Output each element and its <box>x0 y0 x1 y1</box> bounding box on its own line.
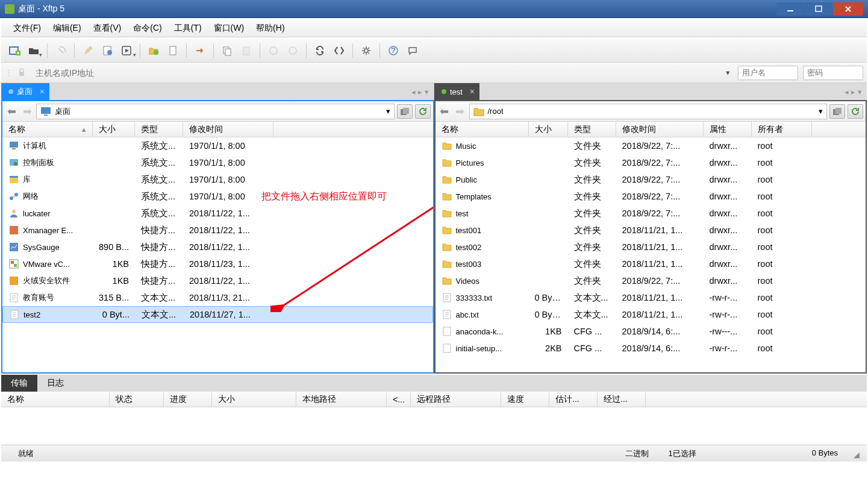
resize-grip-icon[interactable]: ◢ <box>848 448 860 459</box>
reconnect-button[interactable] <box>52 42 69 59</box>
bookmarks-button[interactable] <box>397 104 413 119</box>
column-header[interactable]: 大小 <box>93 122 135 137</box>
file-row[interactable]: SysGauge890 B...快捷方...2018/11/22, 1... <box>2 239 433 255</box>
path-dropdown-icon[interactable]: ▾ <box>386 107 390 116</box>
column-header[interactable]: 类型 <box>135 122 183 137</box>
file-row[interactable]: Pictures文件夹2018/9/22, 7:...drwxr...root <box>436 154 866 171</box>
refresh-button[interactable] <box>415 104 431 119</box>
column-header[interactable]: 状态 <box>110 392 164 407</box>
host-input[interactable] <box>32 66 717 80</box>
tab-menu-icon[interactable]: ▾ <box>425 87 429 96</box>
properties-button[interactable] <box>99 42 116 59</box>
refresh-button[interactable] <box>848 104 863 119</box>
path-dropdown-icon[interactable]: ▾ <box>819 107 823 116</box>
column-header[interactable]: 名称 <box>1 392 110 407</box>
menu-item[interactable]: 查看(V) <box>87 20 128 36</box>
file-row[interactable]: test001文件夹2018/11/21, 1...drwxr...root <box>436 222 866 239</box>
new-file-button[interactable] <box>164 42 181 59</box>
forward-button[interactable]: ➡ <box>454 105 467 118</box>
back-button[interactable]: ⬅ <box>5 105 18 118</box>
menu-item[interactable]: 命令(C) <box>127 20 167 36</box>
file-row[interactable]: test003文件夹2018/11/21, 1...drwxr...root <box>436 255 866 272</box>
tab-local-desktop[interactable]: 桌面 × <box>1 83 49 100</box>
sync-button[interactable] <box>311 42 328 59</box>
feedback-button[interactable] <box>404 42 421 59</box>
file-row[interactable]: luckater系统文...2018/11/22, 1... <box>2 205 433 222</box>
column-header[interactable]: 类型 <box>568 122 616 137</box>
file-row[interactable]: test002文件夹2018/11/21, 1...drwxr...root <box>436 239 866 255</box>
tab-remote-test[interactable]: test × <box>434 83 479 100</box>
transfer-tab[interactable]: 日志 <box>37 375 73 392</box>
sync-right-button[interactable] <box>284 42 301 59</box>
back-button[interactable]: ⬅ <box>438 105 451 118</box>
file-row[interactable]: Xmanager E...快捷方...2018/11/22, 1... <box>2 222 433 239</box>
play-button[interactable]: ▾ <box>118 42 135 59</box>
copy-button[interactable] <box>219 42 236 59</box>
close-icon[interactable]: × <box>470 87 475 96</box>
file-row[interactable]: Templates文件夹2018/9/22, 7:...drwxr...root <box>436 188 866 205</box>
password-input[interactable] <box>803 66 863 80</box>
bookmarks-button[interactable] <box>829 104 845 119</box>
tab-prev-icon[interactable]: ◂ <box>411 87 416 96</box>
menu-item[interactable]: 文件(F) <box>7 20 47 36</box>
transfer-tab[interactable]: 传输 <box>1 375 37 392</box>
tab-next-icon[interactable]: ▸ <box>851 87 855 96</box>
close-button[interactable] <box>833 2 863 16</box>
column-header[interactable]: 远程路径 <box>411 392 501 407</box>
file-row[interactable]: abc.txt0 Byt...文本文...2018/11/21, 1...-rw… <box>436 306 866 323</box>
file-row[interactable]: 网络系统文...1970/1/1, 8:00 <box>2 188 433 205</box>
file-row[interactable]: VMware vC...1KB快捷方...2018/11/23, 1... <box>2 255 433 272</box>
forward-button[interactable]: ➡ <box>20 105 34 118</box>
minimize-button[interactable] <box>776 2 804 16</box>
edit-button[interactable] <box>80 42 96 59</box>
file-row[interactable]: 火绒安全软件1KB快捷方...2018/11/22, 1... <box>2 272 433 289</box>
local-path-input[interactable]: 桌面 ▾ <box>36 104 395 119</box>
file-row[interactable]: 333333.txt0 Byt...文本文...2018/11/21, 1...… <box>436 289 866 306</box>
remote-path-input[interactable]: /root ▾ <box>469 104 828 119</box>
local-list[interactable]: 把文件拖入右侧相应位置即可 计算机系统文...1970/1/1, 8:00控制面… <box>2 137 433 372</box>
tab-prev-icon[interactable]: ◂ <box>845 87 849 96</box>
compare-button[interactable] <box>331 42 348 59</box>
new-folder-button[interactable] <box>145 42 162 59</box>
paste-button[interactable] <box>238 42 255 59</box>
help-button[interactable]: ? <box>385 42 402 59</box>
file-row[interactable]: 控制面板系统文...1970/1/1, 8:00 <box>2 154 433 171</box>
transfer-button[interactable] <box>192 42 208 59</box>
file-row[interactable]: Videos文件夹2018/9/22, 7:...drwxr...root <box>436 272 866 289</box>
column-header[interactable]: 估计... <box>549 392 598 407</box>
file-row[interactable]: initial-setup...2KBCFG ...2018/9/14, 6:.… <box>436 340 866 357</box>
column-header[interactable]: 经过... <box>598 392 646 407</box>
column-header[interactable]: 修改时间 <box>616 122 704 137</box>
column-header[interactable]: 名称 <box>436 122 529 137</box>
menu-item[interactable]: 工具(T) <box>168 20 208 36</box>
column-header[interactable]: 属性 <box>704 122 752 137</box>
file-row[interactable]: test20 Byt...文本文...2018/11/27, 1... <box>2 306 433 323</box>
file-row[interactable]: Public文件夹2018/9/22, 7:...drwxr...root <box>436 171 866 188</box>
remote-list[interactable]: Music文件夹2018/9/22, 7:...drwxr...rootPict… <box>436 137 866 372</box>
new-session-button[interactable] <box>6 42 23 59</box>
column-header[interactable]: <... <box>387 392 411 407</box>
column-header[interactable]: 名称 ▴ <box>2 122 93 137</box>
column-header[interactable]: 本地路径 <box>296 392 387 407</box>
close-icon[interactable]: × <box>40 87 45 96</box>
column-header[interactable]: 进度 <box>164 392 212 407</box>
file-row[interactable]: 教育账号315 B...文本文...2018/11/3, 21... <box>2 289 433 306</box>
menu-item[interactable]: 窗口(W) <box>208 20 251 36</box>
username-input[interactable] <box>738 66 798 80</box>
column-header[interactable]: 大小 <box>212 392 296 407</box>
file-row[interactable]: 库系统文...1970/1/1, 8:00 <box>2 171 433 188</box>
open-button[interactable]: ▾ <box>25 42 42 59</box>
file-row[interactable]: anaconda-k...1KBCFG ...2018/9/14, 6:...-… <box>436 323 866 340</box>
file-row[interactable]: 计算机系统文...1970/1/1, 8:00 <box>2 137 433 154</box>
column-header[interactable]: 所有者 <box>752 122 812 137</box>
file-row[interactable]: test文件夹2018/9/22, 7:...drwxr...root <box>436 205 866 222</box>
tab-menu-icon[interactable]: ▾ <box>858 87 862 96</box>
column-header[interactable]: 修改时间 <box>183 122 273 137</box>
maximize-button[interactable] <box>805 2 832 16</box>
file-row[interactable]: Music文件夹2018/9/22, 7:...drwxr...root <box>436 137 866 154</box>
menu-item[interactable]: 帮助(H) <box>250 20 290 36</box>
column-header[interactable]: 速度 <box>501 392 549 407</box>
menu-item[interactable]: 编辑(E) <box>47 20 87 36</box>
sync-left-button[interactable] <box>265 42 282 59</box>
tab-next-icon[interactable]: ▸ <box>418 87 422 96</box>
